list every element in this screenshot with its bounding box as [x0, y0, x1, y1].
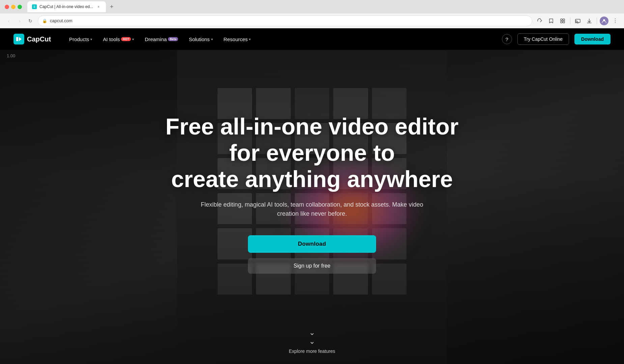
- site-nav-right: ? Try CapCut Online Download: [502, 33, 611, 45]
- cast-icon[interactable]: [573, 16, 583, 26]
- minimize-window-button[interactable]: [11, 5, 16, 9]
- chevron-down-icon: ▾: [90, 37, 92, 41]
- chevron-down-icon-ai: ▾: [132, 37, 134, 41]
- hero-title: Free all-in-one video editor for everyon…: [160, 113, 464, 192]
- refresh-button[interactable]: ↻: [26, 16, 35, 26]
- browser-titlebar: CapCut | All-in-one video ed... × +: [0, 0, 624, 13]
- close-window-button[interactable]: [5, 5, 9, 9]
- nav-item-solutions-label: Solutions: [189, 36, 210, 42]
- nav-item-products[interactable]: Products ▾: [64, 34, 97, 45]
- nav-item-resources-label: Resources: [224, 36, 248, 42]
- hero-content: Free all-in-one video editor for everyon…: [0, 50, 624, 364]
- nav-item-ai-tools[interactable]: AI tools Hot ▾: [98, 34, 139, 45]
- back-button[interactable]: ‹: [4, 16, 13, 26]
- nav-item-ai-tools-label: AI tools: [103, 36, 120, 42]
- browser-tab-active[interactable]: CapCut | All-in-one video ed... ×: [27, 1, 106, 12]
- hero-signup-button[interactable]: Sign up for free: [248, 258, 376, 274]
- hot-badge: Hot: [121, 37, 131, 41]
- address-text[interactable]: capcut.com: [50, 18, 528, 23]
- tab-favicon: [32, 4, 37, 9]
- address-bar[interactable]: 🔒 capcut.com: [38, 16, 532, 26]
- hero-title-line1: Free all-in-one video editor for everyon…: [165, 114, 458, 165]
- tab-close-button[interactable]: ×: [96, 4, 101, 9]
- site-nav-items: Products ▾ AI tools Hot ▾ Dreamina Beta …: [64, 34, 502, 45]
- toolbar-separator-2: [597, 18, 597, 24]
- share-icon[interactable]: [535, 16, 544, 26]
- nav-item-dreamina[interactable]: Dreamina Beta: [140, 34, 183, 45]
- hero-title-line2: create anything anywhere: [171, 166, 453, 192]
- nav-item-solutions[interactable]: Solutions ▾: [184, 34, 218, 45]
- nav-item-products-label: Products: [69, 36, 89, 42]
- help-icon[interactable]: ?: [502, 34, 512, 44]
- new-tab-button[interactable]: +: [107, 2, 116, 11]
- explore-label: Explore more features: [289, 348, 335, 354]
- bookmark-icon[interactable]: [546, 16, 556, 26]
- nav-buttons: ‹ › ↻: [4, 16, 35, 26]
- svg-rect-4: [563, 21, 565, 23]
- site-navbar: CapCut Products ▾ AI tools Hot ▾ Dreamin…: [0, 28, 624, 50]
- more-options-icon[interactable]: ⋮: [611, 16, 620, 26]
- traffic-lights: [5, 5, 22, 9]
- site-logo[interactable]: CapCut: [13, 34, 51, 44]
- logo-text: CapCut: [27, 35, 51, 43]
- svg-rect-3: [561, 21, 562, 23]
- svg-point-6: [575, 23, 576, 23]
- nav-item-dreamina-label: Dreamina: [145, 36, 167, 42]
- try-online-button[interactable]: Try CapCut Online: [517, 33, 569, 45]
- toolbar-actions: ⋮: [535, 16, 620, 26]
- scroll-down-icon: ⌄⌄: [309, 328, 315, 346]
- chevron-down-icon-resources: ▾: [249, 37, 251, 41]
- download-icon[interactable]: [585, 16, 594, 26]
- browser-toolbar: ‹ › ↻ 🔒 capcut.com: [0, 13, 624, 28]
- lock-icon: 🔒: [42, 19, 47, 23]
- hero-download-button[interactable]: Download: [248, 235, 376, 253]
- hero-section: 1.00 Free all-in-one video editor for ev…: [0, 50, 624, 364]
- hero-subtitle: Flexible editing, magical AI tools, team…: [194, 200, 430, 218]
- maximize-window-button[interactable]: [18, 5, 22, 9]
- timestamp-badge: 1.00: [7, 53, 15, 58]
- toolbar-separator: [570, 18, 570, 24]
- svg-rect-1: [561, 19, 562, 21]
- beta-badge: Beta: [168, 37, 178, 41]
- browser-window: CapCut | All-in-one video ed... × + ‹ › …: [0, 0, 624, 28]
- nav-item-resources[interactable]: Resources ▾: [219, 34, 256, 45]
- chevron-down-icon-solutions: ▾: [211, 37, 213, 41]
- extensions-icon[interactable]: [558, 16, 567, 26]
- browser-tabs: CapCut | All-in-one video ed... × +: [27, 1, 619, 12]
- svg-rect-2: [563, 19, 565, 21]
- explore-section[interactable]: ⌄⌄ Explore more features: [289, 328, 335, 354]
- profile-avatar[interactable]: [600, 17, 608, 25]
- download-nav-button[interactable]: Download: [574, 34, 611, 44]
- forward-button[interactable]: ›: [15, 16, 24, 26]
- website-content: CapCut Products ▾ AI tools Hot ▾ Dreamin…: [0, 28, 624, 364]
- tab-title: CapCut | All-in-one video ed...: [39, 4, 93, 9]
